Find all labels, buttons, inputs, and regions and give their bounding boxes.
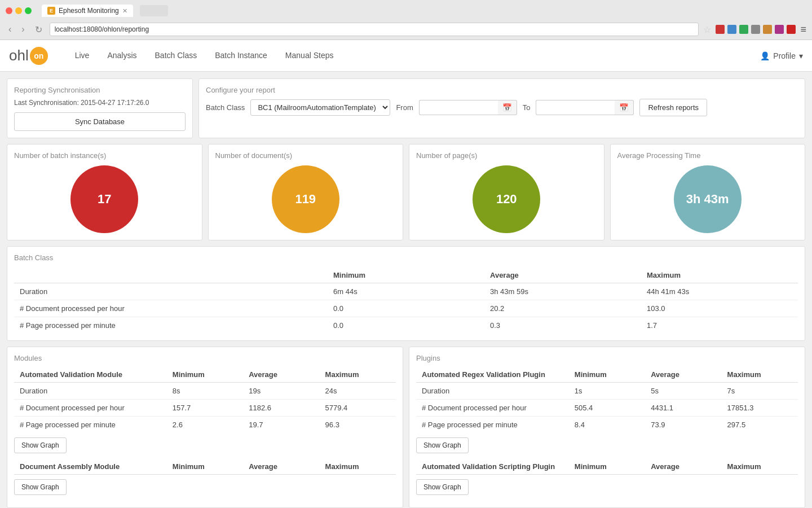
nav-live[interactable]: Live bbox=[66, 40, 99, 72]
browser-menu-icon[interactable]: ≡ bbox=[800, 24, 806, 36]
module-table-0: Automated Validation Module Minimum Aver… bbox=[14, 367, 396, 433]
module-table-0: Automated Regex Validation Plugin Minimu… bbox=[416, 367, 798, 433]
stat-circle-wrap-1: 119 bbox=[215, 165, 396, 233]
avg-cell: 19.7 bbox=[243, 417, 319, 433]
nav-manual-steps[interactable]: Manual Steps bbox=[276, 40, 343, 72]
to-calendar-icon[interactable]: 📅 bbox=[615, 100, 634, 115]
from-label: From bbox=[396, 103, 413, 112]
show-graph-button-0[interactable]: Show Graph bbox=[14, 437, 67, 453]
nav-analysis[interactable]: Analysis bbox=[98, 40, 145, 72]
plugins-container: Automated Regex Validation Plugin Minimu… bbox=[416, 367, 798, 501]
stat-circle-2: 120 bbox=[473, 165, 540, 233]
metric-cell: # Page processed per minute bbox=[14, 317, 328, 334]
nav-batch-instance[interactable]: Batch Instance bbox=[206, 40, 276, 72]
forward-button[interactable]: › bbox=[19, 23, 27, 36]
table-row: # Document processed per hour 505.4 4431… bbox=[416, 400, 798, 417]
min-cell: 8.4 bbox=[569, 417, 645, 433]
ext-icon-7 bbox=[787, 25, 796, 34]
section-1: Document Assembly Module Minimum Average… bbox=[14, 459, 396, 501]
from-date-input[interactable] bbox=[419, 100, 498, 115]
col-header-average: Average bbox=[484, 268, 641, 283]
back-button[interactable]: ‹ bbox=[6, 23, 14, 36]
minimize-button[interactable] bbox=[15, 7, 22, 14]
address-bar[interactable] bbox=[50, 23, 699, 36]
avg-cell: 73.9 bbox=[645, 417, 721, 433]
stat-circle-wrap-3: 3h 43m bbox=[617, 165, 798, 233]
col-name-1: Automated Validation Scripting Plugin bbox=[416, 459, 569, 475]
to-label: To bbox=[523, 103, 531, 112]
tab-favicon: E bbox=[47, 7, 55, 15]
config-panel: Configure your report Batch Class BC1 (M… bbox=[198, 78, 805, 138]
sync-title: Reporting Synchronisation bbox=[14, 86, 186, 94]
show-graph-button-1[interactable]: Show Graph bbox=[416, 479, 469, 495]
col-min-0: Minimum bbox=[167, 367, 243, 383]
reload-button[interactable]: ↻ bbox=[32, 23, 45, 36]
logo-text-left: ohl bbox=[9, 47, 29, 64]
refresh-reports-button[interactable]: Refresh reports bbox=[639, 99, 707, 116]
show-graph-button-0[interactable]: Show Graph bbox=[416, 437, 469, 453]
col-min-1: Minimum bbox=[167, 459, 243, 475]
metric-cell: # Document processed per hour bbox=[14, 400, 167, 417]
table-row: Duration 1s 5s 7s bbox=[416, 383, 798, 400]
table-row: Duration 8s 19s 24s bbox=[14, 383, 396, 400]
profile-chevron-icon: ▾ bbox=[799, 51, 803, 60]
ext-icon-1 bbox=[716, 25, 725, 34]
tab-close-icon[interactable]: ✕ bbox=[122, 7, 127, 15]
avg-cell: 20.2 bbox=[484, 300, 641, 317]
plugins-panel: Plugins Automated Regex Validation Plugi… bbox=[409, 347, 805, 508]
min-cell: 1s bbox=[569, 383, 645, 400]
max-cell: 7s bbox=[722, 383, 798, 400]
to-date-input[interactable] bbox=[536, 100, 615, 115]
bookmark-icon[interactable]: ☆ bbox=[703, 24, 711, 35]
max-cell: 103.0 bbox=[641, 300, 798, 317]
show-graph-button-1[interactable]: Show Graph bbox=[14, 479, 67, 495]
avg-cell: 19s bbox=[243, 383, 319, 400]
sync-database-button[interactable]: Sync Database bbox=[14, 112, 186, 131]
stat-title-1: Number of document(s) bbox=[215, 151, 293, 160]
section-0: Automated Regex Validation Plugin Minimu… bbox=[416, 367, 798, 459]
col-name-0: Automated Validation Module bbox=[14, 367, 167, 383]
ext-icon-3 bbox=[739, 25, 748, 34]
section-0: Automated Validation Module Minimum Aver… bbox=[14, 367, 396, 459]
stat-panel-0: Number of batch instance(s) 17 bbox=[7, 144, 202, 240]
col-min-0: Minimum bbox=[569, 367, 645, 383]
max-cell: 5779.4 bbox=[320, 400, 396, 417]
stat-title-3: Average Processing Time bbox=[617, 151, 701, 160]
batch-class-select[interactable]: BC1 (MailroomAutomationTemplate) bbox=[250, 99, 390, 116]
avg-cell: 4431.1 bbox=[645, 400, 721, 417]
browser-tab[interactable]: E Ephesoft Monitoring ✕ bbox=[42, 5, 133, 17]
max-cell: 297.5 bbox=[722, 417, 798, 433]
max-cell: 1.7 bbox=[641, 317, 798, 334]
ext-icon-2 bbox=[727, 25, 736, 34]
maximize-button[interactable] bbox=[25, 7, 32, 14]
col-max-0: Maximum bbox=[320, 367, 396, 383]
profile-button[interactable]: 👤 Profile ▾ bbox=[760, 51, 803, 60]
batch-class-table: Minimum Average Maximum Duration 6m 44s … bbox=[14, 268, 798, 334]
table-row: # Page processed per minute 2.6 19.7 96.… bbox=[14, 417, 396, 433]
table-row: # Page processed per minute 8.4 73.9 297… bbox=[416, 417, 798, 433]
col-max-1: Maximum bbox=[320, 459, 396, 475]
col-header-metric bbox=[14, 268, 328, 283]
stat-circle-wrap-0: 17 bbox=[14, 165, 195, 233]
app-header: ohl on Live Analysis Batch Class Batch I… bbox=[0, 40, 812, 72]
from-calendar-icon[interactable]: 📅 bbox=[498, 100, 517, 115]
sync-panel: Reporting Synchronisation Last Synchroni… bbox=[7, 78, 193, 138]
metric-cell: # Page processed per minute bbox=[416, 417, 569, 433]
module-table-1: Document Assembly Module Minimum Average… bbox=[14, 459, 396, 475]
tab-title: Ephesoft Monitoring bbox=[59, 7, 119, 15]
stat-panel-3: Average Processing Time 3h 43m bbox=[610, 144, 806, 240]
config-title: Configure your report bbox=[206, 86, 798, 94]
metric-cell: Duration bbox=[14, 383, 167, 400]
nav-batch-class[interactable]: Batch Class bbox=[146, 40, 206, 72]
modules-panel: Modules Automated Validation Module Mini… bbox=[7, 347, 403, 508]
batch-class-label: Batch Class bbox=[206, 103, 245, 112]
main-nav: Live Analysis Batch Class Batch Instance… bbox=[66, 40, 761, 72]
top-row: Reporting Synchronisation Last Synchroni… bbox=[7, 78, 805, 138]
col-name-0: Automated Regex Validation Plugin bbox=[416, 367, 569, 383]
metric-cell: # Document processed per hour bbox=[14, 300, 328, 317]
bottom-row: Modules Automated Validation Module Mini… bbox=[7, 347, 805, 508]
max-cell: 44h 41m 43s bbox=[641, 283, 798, 300]
close-button[interactable] bbox=[6, 7, 12, 14]
modules-title: Modules bbox=[14, 354, 396, 362]
to-date-wrapper: 📅 bbox=[536, 100, 634, 115]
